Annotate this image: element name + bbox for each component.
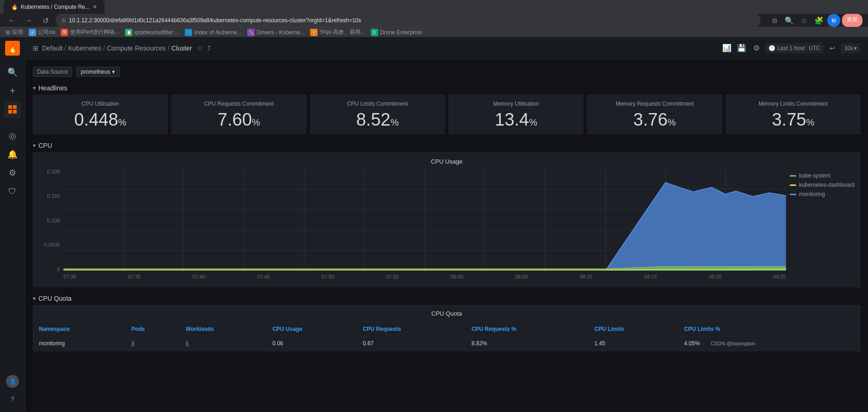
bookmark-iptables[interactable]: 📋 iptables/netfilter:...: [125, 29, 179, 36]
cell-pods[interactable]: 8: [126, 336, 180, 351]
back-button[interactable]: ←: [6, 14, 19, 27]
extensions-icon[interactable]: 🧩: [812, 14, 825, 27]
x-label-7: 08:05: [515, 274, 528, 279]
svg-rect-0: [8, 105, 12, 109]
col-workloads[interactable]: Workloads: [180, 322, 267, 336]
legend-k8s-dashboard[interactable]: kubernetes-dashboard: [790, 182, 855, 188]
profile-avatar[interactable]: 标: [827, 14, 840, 27]
active-tab[interactable]: 🔥 Kubernetes / Compute Re... ✕: [4, 0, 105, 14]
address-bar[interactable]: ⚠ 10.1.12.2:30000/d/efa86fd1d0c121a26444…: [56, 14, 761, 27]
update-button[interactable]: 更新: [842, 14, 862, 27]
reload-button[interactable]: ↺: [39, 14, 52, 27]
apps-grid-icon: ⊞: [6, 29, 10, 36]
headlines-title: Headlines: [38, 84, 67, 92]
bookmark-icon[interactable]: ☆: [798, 14, 811, 27]
dashboards-icon: [8, 105, 17, 114]
time-range-picker[interactable]: 🕐 Last 1 hour UTC: [765, 43, 824, 53]
x-label-5: 07:55: [386, 274, 399, 279]
user-avatar[interactable]: 👤: [6, 375, 19, 388]
tab-title: Kubernetes / Compute Re...: [21, 4, 90, 10]
sidebar-item-settings[interactable]: ⚙: [4, 165, 21, 181]
forward-button[interactable]: →: [22, 14, 35, 27]
add-panel-icon[interactable]: 📊: [720, 42, 733, 55]
refresh-button[interactable]: 10s ▾: [841, 43, 861, 53]
quota-table: Namespace Pods Workloads CPU Usage CPU R…: [33, 322, 860, 351]
legend-monitoring[interactable]: monitoring: [790, 191, 855, 197]
share-icon[interactable]: ⤴: [207, 44, 211, 52]
bookmark-yapi[interactable]: Y YApi-高效、易用...: [310, 28, 365, 36]
y-label-1: 0.150: [39, 193, 60, 199]
datasource-select[interactable]: prometheus ▾: [76, 67, 120, 77]
breadcrumb-home[interactable]: Default: [42, 44, 62, 52]
top-bar-icons: 📊 💾 ⚙ 🕐 Last 1 hour UTC ↩ 10s ▾: [720, 42, 861, 55]
col-cpu-requests-pct[interactable]: CPU Requests %: [466, 322, 589, 336]
workloads-link[interactable]: 6: [186, 340, 189, 347]
col-cpu-requests[interactable]: CPU Requests: [357, 322, 466, 336]
bookmark-drivers[interactable]: 🔧 Drivers - Kuberne...: [247, 29, 305, 36]
metric-value-4: 3.76%: [595, 111, 714, 128]
x-label-8: 08:10: [580, 274, 593, 279]
col-cpu-limits-pct[interactable]: CPU Limits %: [679, 322, 860, 336]
sidebar: 🔥 🔍 + ◎ 🔔 ⚙ 🛡 👤 ?: [0, 37, 25, 412]
sidebar-divider-1: [2, 122, 22, 123]
cpu-chart-title: CPU Usage: [39, 158, 855, 165]
svg-rect-1: [13, 105, 17, 109]
tab-close[interactable]: ✕: [93, 4, 97, 10]
translate-icon[interactable]: ⊟: [768, 14, 781, 27]
sidebar-item-dashboards[interactable]: [4, 101, 21, 118]
undo-icon[interactable]: ↩: [826, 42, 839, 55]
quota-chevron-icon: ▾: [33, 295, 36, 302]
tab-favicon: 🔥: [11, 4, 18, 10]
drone-icon: D: [371, 29, 378, 36]
cpu-chart-panel: CPU Usage 0.200 0.150 0.100 0.0500 0: [33, 152, 861, 287]
bookmark-drone[interactable]: D Drone Enterprise: [371, 29, 422, 36]
sidebar-item-search[interactable]: 🔍: [4, 64, 21, 81]
bookmark-iperf[interactable]: 简 使用iPerf进行网络...: [61, 28, 119, 36]
headlines-section-header[interactable]: ▾ Headlines: [33, 81, 861, 95]
breadcrumb-kubernetes[interactable]: Kubernetes: [68, 44, 101, 52]
bookmark-index[interactable]: 🌐 Index of /kuberne...: [185, 29, 242, 36]
sidebar-item-shield[interactable]: 🛡: [4, 183, 21, 200]
legend-kube-system[interactable]: kube-system: [790, 172, 855, 179]
cell-namespace: monitoring: [33, 336, 126, 351]
iperf-icon: 简: [61, 29, 68, 36]
pods-link[interactable]: 8: [131, 340, 135, 347]
col-pods[interactable]: Pods: [126, 322, 180, 336]
sidebar-item-explore[interactable]: ◎: [4, 127, 21, 144]
star-icon[interactable]: ☆: [197, 44, 203, 52]
bookmark-apps[interactable]: ⊞ 应用: [6, 28, 23, 36]
x-label-1: 07:35: [128, 274, 141, 279]
sidebar-item-add[interactable]: +: [4, 82, 21, 99]
grafana-logo[interactable]: 🔥: [5, 41, 20, 56]
sidebar-item-alerting[interactable]: 🔔: [4, 146, 21, 163]
cell-cpu-usage: 0.06: [267, 336, 357, 351]
cpu-quota-section-header[interactable]: ▾ CPU Quota: [33, 291, 861, 305]
y-label-0: 0.200: [39, 169, 60, 174]
table-row: monitoring 8 6 0.06 0.67 8.82% 1: [33, 336, 860, 351]
col-cpu-usage[interactable]: CPU Usage: [267, 322, 357, 336]
sidebar-item-help[interactable]: ?: [4, 391, 21, 407]
bookmark-oa[interactable]: e 公司oa: [29, 28, 55, 36]
cpu-title: CPU: [38, 142, 52, 149]
search-icon[interactable]: 🔍: [783, 14, 796, 27]
cell-workloads[interactable]: 6: [180, 336, 267, 351]
settings-icon[interactable]: ⚙: [750, 42, 763, 55]
col-cpu-limits[interactable]: CPU Limits: [589, 322, 679, 336]
legend-label-k8s-dashboard: kubernetes-dashboard: [799, 182, 855, 188]
datasource-chevron-icon: ▾: [112, 69, 115, 75]
iptables-icon: 📋: [125, 29, 132, 36]
x-label-6: 08:00: [450, 274, 463, 279]
refresh-rate-label: 10s: [844, 45, 853, 51]
metric-title-3: Memory Utilisation: [456, 101, 575, 107]
metric-title-5: Memory Limits Commitment: [734, 101, 853, 107]
chevron-down-icon: ▾: [854, 45, 857, 51]
yapi-icon: Y: [310, 29, 318, 36]
save-icon[interactable]: 💾: [735, 42, 748, 55]
col-namespace[interactable]: Namespace: [33, 322, 126, 336]
metric-value-3: 13.4%: [456, 111, 575, 128]
breadcrumb-compute[interactable]: Compute Resources: [107, 44, 166, 52]
y-label-3: 0.0500: [39, 242, 60, 247]
cpu-section-header[interactable]: ▾ CPU: [33, 138, 861, 152]
browser-tabs: 🔥 Kubernetes / Compute Re... ✕: [0, 0, 868, 14]
url-text: 10.1.12.2:30000/d/efa86fd1d0c121a26444b6…: [69, 17, 361, 24]
